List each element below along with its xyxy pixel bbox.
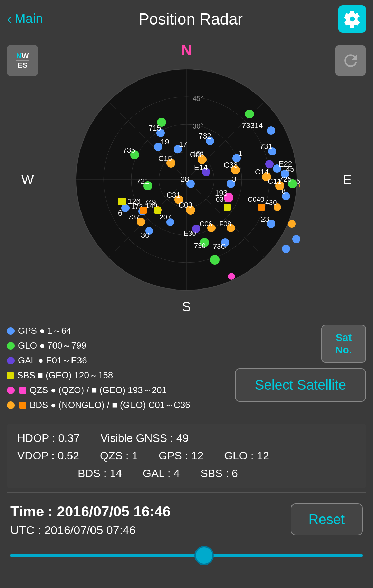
svg-text:73314: 73314 (242, 121, 263, 130)
svg-text:749: 749 (144, 198, 156, 206)
svg-text:C15: C15 (158, 154, 172, 163)
refresh-icon (341, 51, 360, 70)
svg-rect-99 (140, 207, 147, 214)
svg-point-63 (265, 160, 274, 168)
vdop-value: VDOP : 0.52 (17, 449, 79, 462)
legend-qzs: QZS ● (QZO) / ■ (GEO) 193～201 (7, 384, 231, 396)
visible-gnss-value: Visible GNSS : 49 (101, 432, 189, 445)
header: ‹ Main Position Radar (0, 0, 373, 38)
gps-count: GPS : 12 (159, 449, 203, 462)
svg-text:C14: C14 (255, 168, 269, 176)
svg-text:721: 721 (136, 177, 149, 186)
slider-fill (10, 554, 204, 557)
svg-rect-100 (154, 207, 161, 214)
svg-rect-97 (258, 204, 265, 211)
legend-sbs: SBS ■ (GEO) 120～158 (7, 369, 231, 381)
svg-point-52 (157, 118, 166, 127)
legend-gal-label: GAL ● E01～E36 (18, 354, 87, 367)
radar-svg: 15° 30° 45° 715 19 17 732 73314 1 731 (73, 66, 300, 294)
svg-text:C33: C33 (224, 161, 238, 169)
west-label: W (21, 172, 34, 187)
svg-text:C31: C31 (166, 191, 180, 199)
glo-count: GLO : 12 (224, 449, 269, 462)
legend-sbs-label: SBS ■ (GEO) 120～158 (17, 369, 113, 381)
gear-icon (344, 10, 361, 28)
refresh-button[interactable] (335, 45, 366, 76)
compass-es: S (22, 61, 28, 69)
svg-text:73C: 73C (213, 243, 226, 250)
svg-point-53 (245, 110, 254, 118)
svg-text:207: 207 (160, 213, 171, 221)
svg-text:C06: C06 (200, 220, 212, 228)
svg-text:3: 3 (232, 175, 236, 183)
svg-point-20 (267, 126, 275, 135)
svg-rect-102 (228, 273, 235, 280)
legend-glo: GLO ● 700～799 (7, 340, 231, 352)
gal-color-indicator (7, 357, 15, 364)
hdop-value: HDOP : 0.37 (17, 432, 80, 445)
legend-bds-label: BDS ● (NONGEO) / ■ (GEO) C01～C36 (30, 399, 190, 411)
compass-nw: N (16, 51, 22, 60)
svg-text:C11: C11 (268, 177, 281, 186)
svg-text:F08: F08 (219, 220, 231, 228)
svg-text:430: 430 (265, 199, 277, 206)
svg-text:30: 30 (141, 231, 149, 239)
svg-text:126: 126 (128, 197, 141, 206)
svg-text:730: 730 (194, 242, 205, 249)
east-label: E (343, 172, 352, 187)
svg-text:6: 6 (118, 209, 122, 217)
svg-text:732: 732 (199, 132, 211, 140)
sbs-count: SBS : 6 (200, 467, 238, 480)
svg-text:1: 1 (238, 149, 242, 158)
time-panel: Time : 2016/07/05 16:46 UTC : 2016/07/05… (0, 493, 373, 544)
bds-color-indicator (7, 401, 15, 409)
radar-section: NW ES N S W E 15° (0, 38, 373, 321)
gal-count: GAL : 4 (143, 467, 180, 480)
svg-rect-95 (224, 204, 231, 211)
svg-text:28: 28 (181, 175, 189, 183)
svg-text:735: 735 (123, 146, 135, 154)
chevron-left-icon: ‹ (7, 11, 12, 27)
glo-color-indicator (7, 342, 15, 350)
svg-text:E14: E14 (194, 163, 208, 172)
slider-track[interactable] (10, 554, 363, 557)
legend-bds: BDS ● (NONGEO) / ■ (GEO) C01～C36 (7, 399, 231, 411)
svg-text:17: 17 (179, 140, 187, 149)
svg-text:C08: C08 (190, 150, 204, 159)
svg-text:23: 23 (261, 215, 269, 224)
legend-gal: GAL ● E01～E36 (7, 354, 231, 367)
qzs-count: QZS : 1 (100, 449, 138, 462)
svg-text:C040: C040 (248, 196, 264, 203)
svg-text:55: 55 (296, 177, 300, 186)
legend-gps: GPS ● 1～64 (7, 325, 231, 337)
svg-text:C03: C03 (179, 201, 192, 209)
slider-thumb[interactable] (194, 546, 214, 565)
legend-panel: GPS ● 1～64 GLO ● 700～799 GAL ● E01～E36 S… (7, 325, 231, 414)
legend-gps-label: GPS ● 1～64 (18, 325, 71, 337)
svg-point-92 (288, 220, 296, 228)
svg-text:731: 731 (260, 142, 272, 151)
svg-text:30°: 30° (193, 122, 203, 130)
timeline-slider-container (0, 544, 373, 567)
svg-text:193: 193 (215, 189, 228, 197)
svg-text:45°: 45° (193, 95, 203, 102)
compass-widget[interactable]: NW ES (7, 45, 38, 76)
svg-point-60 (210, 255, 220, 265)
select-satellite-button[interactable]: Select Satellite (235, 368, 366, 402)
local-time: Time : 2016/07/05 16:46 (10, 503, 171, 520)
settings-button[interactable] (338, 5, 366, 33)
south-label: S (182, 300, 191, 314)
svg-text:737: 737 (128, 213, 140, 221)
back-button[interactable]: ‹ Main (7, 11, 43, 27)
page-title: Position Radar (138, 10, 243, 28)
svg-point-48 (292, 235, 300, 243)
sat-no-button[interactable]: SatNo. (321, 325, 366, 363)
reset-button[interactable]: Reset (291, 503, 363, 535)
radar-display: 15° 30° 45° 715 19 17 732 73314 1 731 (73, 66, 300, 294)
stats-panel: HDOP : 0.37 Visible GNSS : 49 VDOP : 0.5… (7, 424, 366, 488)
bds-count: BDS : 14 (78, 467, 122, 480)
svg-text:E30: E30 (184, 229, 196, 237)
svg-rect-93 (118, 198, 126, 205)
qzs-geo-color-indicator (19, 387, 26, 394)
back-label: Main (15, 11, 43, 26)
